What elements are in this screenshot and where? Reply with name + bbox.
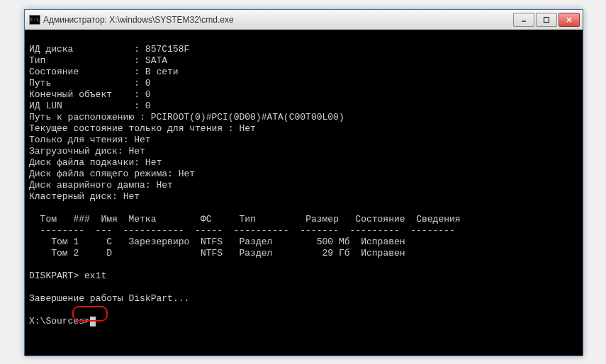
terminal-output[interactable]: ИД диска : 857C158F Тип : SATA Состояние… bbox=[25, 30, 583, 356]
disk-type-line: Тип : SATA bbox=[29, 55, 167, 66]
table-header: Том ### Имя Метка ФС Тип Размер Состояни… bbox=[29, 214, 461, 224]
cursor bbox=[90, 317, 96, 326]
disk-target-line: Конечный объект : 0 bbox=[29, 89, 151, 100]
cmd-icon: C:\ bbox=[29, 15, 40, 25]
disk-lun-line: ИД LUN : 0 bbox=[29, 101, 151, 111]
window-controls bbox=[512, 13, 580, 27]
disk-boot-line: Загрузочный диск: Нет bbox=[29, 146, 145, 157]
table-row: Том 2 D NTFS Раздел 29 Гб Исправен bbox=[29, 248, 405, 258]
diskpart-prompt-line: DISKPART> exit bbox=[29, 271, 106, 281]
disk-state-line: Состояние : В сети bbox=[29, 67, 179, 77]
window-title: Администратор: X:\windows\SYSTEM32\cmd.e… bbox=[43, 15, 509, 25]
disk-id-line: ИД диска : 857C158F bbox=[29, 44, 189, 55]
maximize-button[interactable] bbox=[536, 13, 557, 27]
table-row: Том 1 C Зарезервиро NTFS Раздел 500 Мб И… bbox=[29, 237, 405, 247]
table-separator: -------- --- ----------- ----- ---------… bbox=[29, 225, 455, 236]
diskpart-prompt: DISKPART> bbox=[29, 271, 79, 281]
disk-crashdump-line: Диск аварийного дампа: Нет bbox=[29, 180, 173, 190]
disk-readonly-current-line: Текущее состояние только для чтения : Не… bbox=[29, 123, 256, 134]
cmd-window: C:\ Администратор: X:\windows\SYSTEM32\c… bbox=[24, 9, 583, 356]
exit-message: Завершение работы DiskPart... bbox=[29, 293, 189, 304]
disk-cluster-line: Кластерный диск: Нет bbox=[29, 191, 140, 202]
disk-readonly-line: Только для чтения: Нет bbox=[29, 135, 151, 145]
minimize-button[interactable] bbox=[513, 13, 534, 27]
titlebar[interactable]: C:\ Администратор: X:\windows\SYSTEM32\c… bbox=[25, 10, 583, 30]
svg-rect-1 bbox=[544, 17, 549, 22]
disk-hibernate-line: Диск файла спящего режима: Нет bbox=[29, 169, 195, 179]
close-button[interactable] bbox=[559, 13, 580, 27]
exit-command: exit bbox=[84, 271, 106, 281]
disk-pagefile-line: Диск файла подкачки: Нет bbox=[29, 157, 162, 168]
disk-path-line: Путь : 0 bbox=[29, 78, 151, 89]
sources-prompt-line[interactable]: X:\Sources> bbox=[29, 316, 96, 326]
disk-location-line: Путь к расположению : PCIROOT(0)#PCI(0D0… bbox=[29, 112, 344, 123]
